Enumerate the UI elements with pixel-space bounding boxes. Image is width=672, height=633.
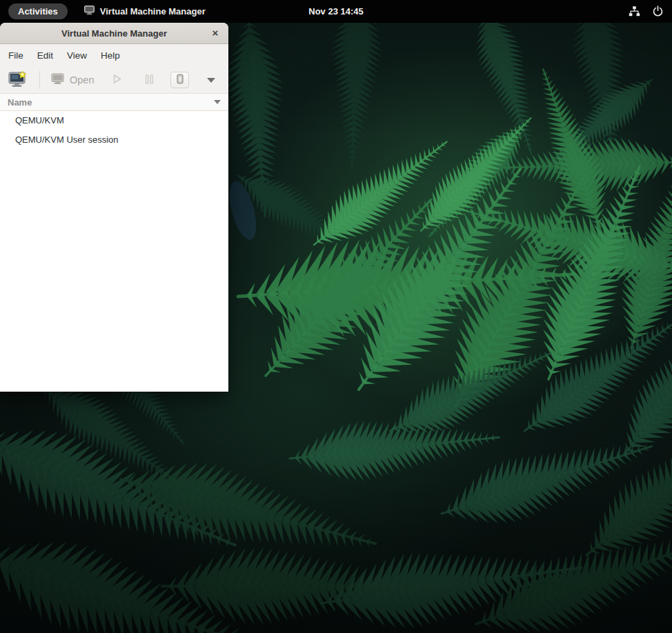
monitor-icon — [51, 73, 64, 87]
new-vm-button[interactable] — [6, 69, 30, 92]
new-vm-monitor-star-icon — [8, 70, 28, 90]
shutdown-menu-button[interactable] — [204, 77, 218, 84]
shutdown-icon — [176, 74, 184, 86]
play-icon — [111, 73, 123, 87]
close-icon[interactable]: × — [208, 26, 222, 40]
desktop: Activities Virtual Machine Manager Nov 2… — [0, 0, 672, 633]
power-icon — [652, 6, 664, 17]
activities-button[interactable]: Activities — [8, 3, 68, 19]
system-status-area[interactable] — [629, 6, 664, 17]
menu-file[interactable]: File — [1, 46, 30, 66]
focused-app-menu[interactable]: Virtual Machine Manager — [84, 6, 206, 17]
shutdown-vm-button[interactable] — [170, 72, 189, 88]
menu-help[interactable]: Help — [94, 46, 127, 66]
name-column-label: Name — [8, 97, 32, 108]
top-bar: Activities Virtual Machine Manager Nov 2… — [0, 0, 672, 23]
pause-icon — [144, 74, 155, 87]
menu-edit[interactable]: Edit — [30, 46, 60, 66]
pause-vm-button[interactable] — [141, 72, 157, 88]
chevron-down-icon — [207, 78, 215, 83]
list-item-qemu-kvm[interactable]: QEMU/KVM — [0, 111, 228, 130]
toolbar-separator — [39, 71, 40, 89]
menu-bar: File Edit View Help — [0, 44, 228, 67]
window-title: Virtual Machine Manager — [61, 28, 167, 39]
menu-view[interactable]: View — [60, 46, 94, 66]
connection-list: QEMU/KVM QEMU/KVM User session — [0, 111, 228, 392]
open-button[interactable]: Open — [48, 72, 97, 88]
open-button-label: Open — [70, 74, 94, 86]
focused-app-title: Virtual Machine Manager — [100, 6, 206, 17]
sort-chevron-down-icon — [214, 100, 221, 104]
clock[interactable]: Nov 23 14:45 — [308, 6, 364, 17]
vmm-window: Virtual Machine Manager × File Edit View… — [0, 23, 228, 392]
vmm-app-icon — [84, 6, 95, 17]
window-titlebar[interactable]: Virtual Machine Manager × — [0, 23, 228, 44]
name-column-header[interactable]: Name — [0, 94, 228, 111]
wired-network-icon — [629, 6, 640, 17]
toolbar: Open — [0, 67, 228, 94]
list-item-qemu-kvm-user-session[interactable]: QEMU/KVM User session — [0, 130, 228, 150]
run-vm-button[interactable] — [108, 72, 126, 88]
